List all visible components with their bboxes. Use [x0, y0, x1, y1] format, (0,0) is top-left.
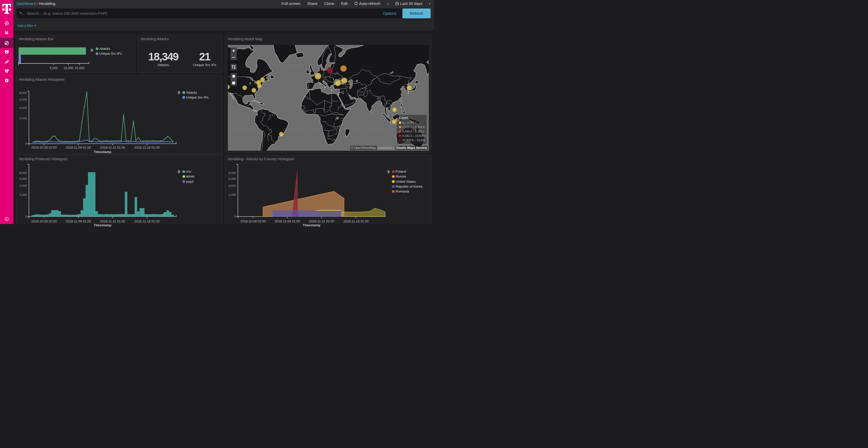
- svg-text:2018-11-18 01:00: 2018-11-18 01:00: [343, 219, 369, 223]
- svg-text:Timestamp: Timestamp: [94, 223, 111, 224]
- svg-text:2,000: 2,000: [228, 193, 236, 196]
- svg-text:8,000: 8,000: [20, 91, 27, 95]
- svg-text:5,000: 5,000: [50, 66, 58, 70]
- svg-text:2018-11-18 01:00: 2018-11-18 01:00: [134, 219, 160, 223]
- svg-text:2018-10-28 02:00: 2018-10-28 02:00: [31, 146, 57, 149]
- svg-text:8,000: 8,000: [20, 171, 27, 174]
- svg-text:2018-11-11 01:00: 2018-11-11 01:00: [309, 219, 334, 223]
- svg-text:2018-11-18 01:00: 2018-11-18 01:00: [134, 146, 160, 149]
- svg-text:2018-11-11 01:00: 2018-11-11 01:00: [100, 219, 125, 223]
- svg-text:6,000: 6,000: [20, 177, 27, 180]
- svg-text:4,000: 4,000: [228, 184, 236, 187]
- svg-text:6,000: 6,000: [20, 98, 27, 101]
- svg-text:6,000: 6,000: [228, 177, 236, 180]
- svg-text:15,000: 15,000: [74, 66, 84, 70]
- svg-text:4,000: 4,000: [20, 106, 27, 109]
- svg-text:Timestamp: Timestamp: [94, 150, 111, 154]
- svg-text:0: 0: [234, 215, 236, 218]
- svg-text:10,000: 10,000: [63, 66, 73, 70]
- svg-text:0: 0: [25, 142, 27, 145]
- svg-text:2018-11-11 01:00: 2018-11-11 01:00: [100, 146, 125, 149]
- svg-text:Timestamp: Timestamp: [303, 223, 320, 224]
- svg-text:8,000: 8,000: [228, 171, 236, 174]
- svg-text:2018-10-28 02:00: 2018-10-28 02:00: [240, 219, 266, 223]
- svg-text:2018-11-04 01:00: 2018-11-04 01:00: [66, 146, 91, 149]
- svg-text:4,000: 4,000: [20, 184, 27, 187]
- svg-text:2018-10-28 02:00: 2018-10-28 02:00: [31, 219, 57, 223]
- svg-text:2018-11-04 01:00: 2018-11-04 01:00: [66, 219, 91, 223]
- svg-text:2,000: 2,000: [20, 193, 27, 196]
- svg-text:0: 0: [25, 215, 27, 218]
- svg-text:2,000: 2,000: [20, 117, 27, 120]
- svg-text:2018-11-04 01:00: 2018-11-04 01:00: [275, 219, 300, 223]
